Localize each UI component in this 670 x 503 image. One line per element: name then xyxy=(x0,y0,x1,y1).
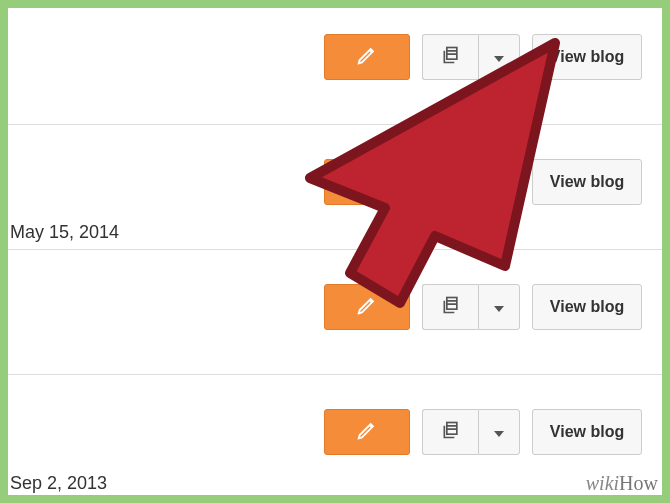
watermark-suffix: How xyxy=(619,472,658,494)
watermark: wikiHow xyxy=(586,472,658,495)
watermark-prefix: wiki xyxy=(586,472,619,494)
view-blog-button[interactable]: View blog xyxy=(532,159,642,205)
view-blog-button[interactable]: View blog xyxy=(532,409,642,455)
posts-button-group xyxy=(422,159,520,205)
blog-row: View blog xyxy=(0,250,670,375)
posts-icon xyxy=(441,45,461,69)
edit-button[interactable] xyxy=(324,284,410,330)
posts-icon xyxy=(441,295,461,319)
blog-list: View blog xyxy=(0,0,670,500)
chevron-down-icon xyxy=(494,48,504,66)
edit-button[interactable] xyxy=(324,159,410,205)
dropdown-button[interactable] xyxy=(478,409,520,455)
posts-button[interactable] xyxy=(422,284,478,330)
posts-button[interactable] xyxy=(422,409,478,455)
row-controls: View blog xyxy=(324,409,642,455)
view-blog-button[interactable]: View blog xyxy=(532,284,642,330)
row-date: May 15, 2014 xyxy=(10,222,119,243)
posts-button-group xyxy=(422,284,520,330)
posts-icon xyxy=(441,420,461,444)
svg-rect-3 xyxy=(446,423,456,435)
pencil-icon xyxy=(356,294,378,320)
row-date: Sep 2, 2013 xyxy=(10,473,107,494)
chevron-down-icon xyxy=(494,298,504,316)
row-controls: View blog xyxy=(324,159,642,205)
dropdown-button[interactable] xyxy=(478,159,520,205)
view-blog-button[interactable]: View blog xyxy=(532,34,642,80)
chevron-down-icon xyxy=(494,173,504,191)
posts-button[interactable] xyxy=(422,34,478,80)
dropdown-button[interactable] xyxy=(478,284,520,330)
blog-row: View blog xyxy=(0,0,670,125)
chevron-down-icon xyxy=(494,423,504,441)
dropdown-button[interactable] xyxy=(478,34,520,80)
pencil-icon xyxy=(356,419,378,445)
pencil-icon xyxy=(356,44,378,70)
edit-button[interactable] xyxy=(324,34,410,80)
posts-icon xyxy=(441,170,461,194)
edit-button[interactable] xyxy=(324,409,410,455)
posts-button[interactable] xyxy=(422,159,478,205)
blog-row: View blog May 15, 2014 xyxy=(0,125,670,250)
svg-rect-2 xyxy=(446,298,456,310)
posts-button-group xyxy=(422,34,520,80)
row-controls: View blog xyxy=(324,34,642,80)
posts-button-group xyxy=(422,409,520,455)
row-controls: View blog xyxy=(324,284,642,330)
pencil-icon xyxy=(356,169,378,195)
blog-row: View blog Sep 2, 2013 xyxy=(0,375,670,500)
